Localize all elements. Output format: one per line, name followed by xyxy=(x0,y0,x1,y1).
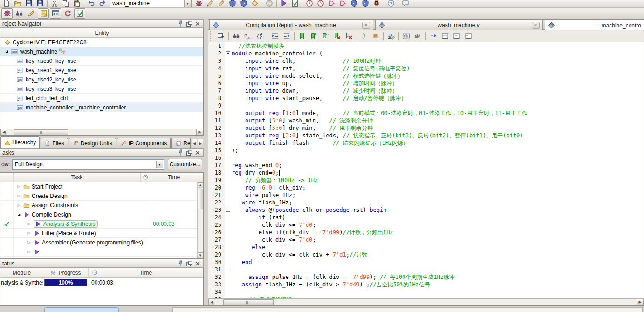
partition-window-icon[interactable] xyxy=(360,0,371,8)
previous-bookmark-icon[interactable] xyxy=(320,31,331,41)
code-line[interactable]: 22 wire flash_1Hz; xyxy=(208,199,644,206)
syntax-check-icon[interactable] xyxy=(385,31,397,41)
timing-analyzer-icon[interactable] xyxy=(304,0,315,8)
code-line[interactable]: 6 input wire up, // 增加时间（脉冲） xyxy=(208,80,644,87)
root-entity-row[interactable]: ◢ wash_machine xyxy=(0,47,203,56)
state-machine-viewer-icon[interactable] xyxy=(349,0,360,8)
delete-bookmark-icon[interactable] xyxy=(331,31,343,41)
pin-icon[interactable] xyxy=(177,20,185,27)
scroll-left-icon[interactable]: ◀ xyxy=(0,129,7,135)
task-row[interactable]: ▷Assign Constraints xyxy=(0,201,197,210)
code-line[interactable]: 18reg dry_end=0; xyxy=(208,169,644,176)
close-icon[interactable] xyxy=(194,149,201,156)
tabs-scroll-right-icon[interactable]: ▶ xyxy=(198,139,203,148)
expander-icon[interactable]: ▷ xyxy=(27,222,32,226)
fold-collapse-icon[interactable] xyxy=(225,206,232,214)
scrollbar-thumb[interactable] xyxy=(223,299,274,305)
code-line[interactable]: 28 else xyxy=(208,244,644,251)
entity-column-header[interactable]: Entity xyxy=(0,28,203,38)
processing-1-icon[interactable] xyxy=(227,0,238,8)
new-file-icon[interactable] xyxy=(1,0,12,8)
tasks-vscrollbar[interactable]: ▲ ▼ xyxy=(197,182,203,258)
code-line[interactable]: 5 input wire mode_select, // 模式选择键（脉冲） xyxy=(208,72,644,80)
code-line[interactable]: 10 output reg [1:0] mode, // 当前模式：00-洗涤定… xyxy=(208,109,644,117)
help-icon[interactable] xyxy=(385,0,397,8)
task-column-header[interactable]: Task xyxy=(14,173,141,182)
processing-3-icon[interactable] xyxy=(249,0,260,8)
task-status-column[interactable] xyxy=(0,173,14,182)
code-line[interactable]: 8 input wire start_pause, // 启动/暂停键（脉冲） xyxy=(208,95,644,102)
customize-button[interactable]: Customize... xyxy=(168,159,202,170)
float-icon[interactable] xyxy=(185,260,193,267)
delete-all-bookmarks-icon[interactable] xyxy=(343,31,354,41)
chevron-down-icon[interactable]: ▼ xyxy=(184,0,191,7)
close-icon[interactable]: ✕ xyxy=(362,22,370,29)
replace-icon[interactable] xyxy=(242,31,253,41)
fold-collapse-icon[interactable] xyxy=(225,50,232,57)
toggle-bookmark-icon[interactable] xyxy=(296,31,308,41)
pin-icon[interactable] xyxy=(177,149,185,156)
scroll-left-icon[interactable]: ◀ xyxy=(208,299,215,305)
chevron-down-icon[interactable]: ▼ xyxy=(156,161,163,168)
copy-icon[interactable] xyxy=(60,0,71,8)
project-navigator-hscrollbar[interactable]: ◀ ▶ xyxy=(0,129,203,135)
attach-icon[interactable] xyxy=(358,31,370,41)
messages-tab[interactable] xyxy=(44,307,119,312)
device-row[interactable]: Cyclone IV E: EP4CE6E22C8 xyxy=(0,38,203,47)
save-all-icon[interactable] xyxy=(34,0,46,8)
new-project-wizard-icon[interactable] xyxy=(1,8,13,19)
scroll-down-icon[interactable]: ▼ xyxy=(198,252,203,258)
find-icon[interactable] xyxy=(231,31,242,41)
scroll-right-icon[interactable]: ▶ xyxy=(637,299,644,305)
entity-instance-row[interactable]: machine_controller:i_machine_controller xyxy=(0,103,203,112)
save-icon[interactable] xyxy=(23,0,34,8)
expander-icon[interactable]: ◢ xyxy=(16,213,21,217)
code-line[interactable]: 27 clk_div <= 7'd0; xyxy=(208,236,644,244)
expander-icon[interactable]: ◢ xyxy=(4,49,9,54)
progress-column-header[interactable]: %Progress xyxy=(43,268,89,277)
find-icon[interactable] xyxy=(14,8,25,19)
scroll-up-icon[interactable]: ▲ xyxy=(198,182,203,188)
entity-instance-row[interactable]: key_rise:i2_key_rise xyxy=(0,75,203,84)
expander-icon[interactable]: ▷ xyxy=(27,231,32,235)
line-numbers-icon[interactable] xyxy=(401,31,412,41)
task-row[interactable]: ◢Compile Design xyxy=(0,210,197,219)
code-line[interactable]: 33 assign flash_1Hz = (clk_div > 7'd49) … xyxy=(208,281,644,288)
indent-icon[interactable] xyxy=(269,31,281,41)
scrollbar-thumb[interactable] xyxy=(14,129,68,135)
code-line[interactable]: 26 else if(clk_div == 7'd99)//计数，分频出1Hz xyxy=(208,229,644,236)
goto-line-icon[interactable] xyxy=(428,31,439,41)
stop-icon[interactable] xyxy=(264,0,275,8)
code-line[interactable]: 12 output [5:0] dry_min, // 甩干剩余分钟 xyxy=(208,124,644,132)
tab-files[interactable]: Files xyxy=(41,138,68,148)
float-icon[interactable] xyxy=(185,20,193,27)
code-line[interactable]: 21 wire pulse_1Hz; xyxy=(208,191,644,199)
code-line[interactable]: 32 assign pulse_1Hz = (clk_div == 7'd99)… xyxy=(208,273,644,281)
feedback-icon[interactable] xyxy=(400,0,411,8)
tab-design-units[interactable]: Design Units xyxy=(69,138,116,148)
template-3-icon[interactable] xyxy=(463,31,474,41)
code-line[interactable]: 20 reg [6:0] clk_div; xyxy=(208,184,644,191)
flow-select[interactable]: Full Design ▼ xyxy=(12,159,164,170)
timing-report-icon[interactable] xyxy=(315,0,326,8)
entity-instance-row[interactable]: key_rise:i1_key_rise xyxy=(0,66,203,75)
task-row[interactable]: ▷Fitter (Place & Route) xyxy=(0,229,197,238)
tech-map-viewer-icon[interactable] xyxy=(337,0,349,8)
code-line[interactable]: 25 clk_div <= 7'd0; xyxy=(208,221,644,229)
expander-icon[interactable]: ▷ xyxy=(16,203,21,207)
code-line[interactable]: 1 //洗衣机控制模块 xyxy=(208,42,644,50)
design-assistant-icon[interactable] xyxy=(289,0,301,8)
chip-planner-icon[interactable] xyxy=(371,0,382,8)
cut-icon[interactable] xyxy=(49,0,60,8)
undo-icon[interactable] xyxy=(86,0,97,8)
next-bookmark-icon[interactable] xyxy=(308,31,319,41)
match-delimiter-icon[interactable] xyxy=(254,31,265,41)
code-line[interactable]: 15); xyxy=(208,147,644,154)
code-line[interactable]: 24 if (rst) xyxy=(208,214,644,221)
code-line[interactable]: 19 // 分频器：100Hz -> 1Hz xyxy=(208,176,644,184)
code-line[interactable]: 4 input wire rst, // 复位信号(高电平复位) xyxy=(208,65,644,72)
code-line[interactable]: 2module machine_controller ( xyxy=(208,50,644,57)
task-row[interactable]: ▷Start Project xyxy=(0,182,197,191)
code-line[interactable]: 14 output finish_flash // 结束闪烁提示（1Hz闪烁） xyxy=(208,139,644,147)
code-line[interactable]: 31 xyxy=(208,266,644,273)
